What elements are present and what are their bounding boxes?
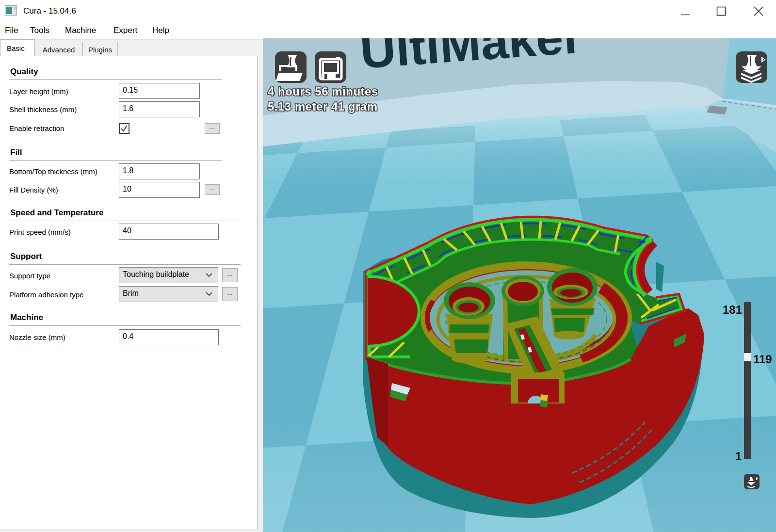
svg-text:5.13 meter 41 gram: 5.13 meter 41 gram [268, 100, 377, 113]
svg-text:4 hours 56 minutes: 4 hours 56 minutes [268, 85, 378, 98]
